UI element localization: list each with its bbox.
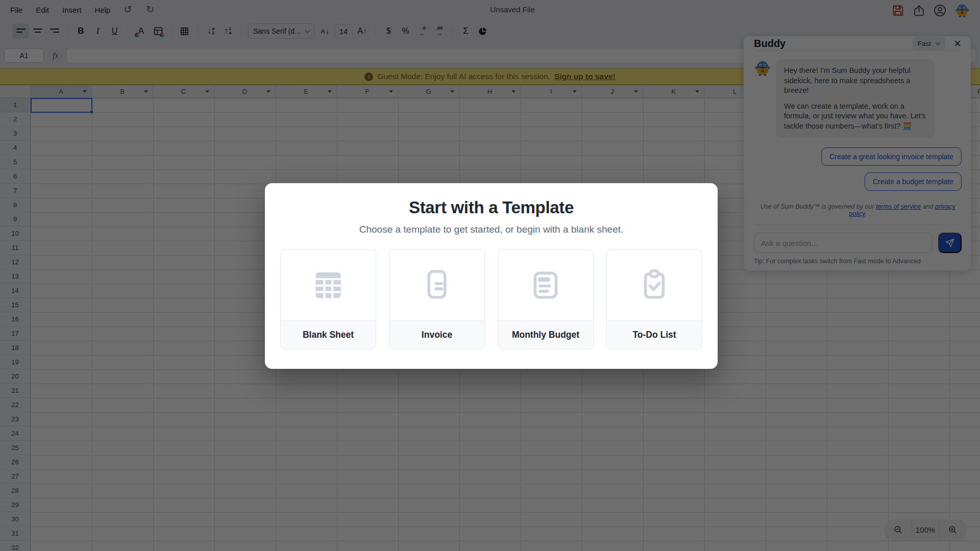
template-cards: Blank SheetInvoiceMonthly BudgetTo-Do Li… [265,249,718,349]
template-card-to-do-list[interactable]: To-Do List [606,249,702,349]
template-label: Invoice [389,320,484,349]
template-label: Monthly Budget [498,320,593,349]
modal-title: Start with a Template [265,198,718,217]
todo-clipboard-icon [607,249,702,320]
template-modal: Start with a Template Choose a template … [265,183,718,369]
invoice-document-icon [389,249,484,320]
template-card-monthly-budget[interactable]: Monthly Budget [498,249,594,349]
spreadsheet-app: File Edit Insert Help ↺ ↻ Unsaved File [0,0,980,551]
table-grid-icon [281,249,376,320]
template-label: To-Do List [607,320,702,349]
budget-document-icon [498,249,593,320]
template-card-blank-sheet[interactable]: Blank Sheet [280,249,376,349]
modal-subtitle: Choose a template to get started, or beg… [265,224,718,235]
template-card-invoice[interactable]: Invoice [389,249,485,349]
template-label: Blank Sheet [281,320,376,349]
